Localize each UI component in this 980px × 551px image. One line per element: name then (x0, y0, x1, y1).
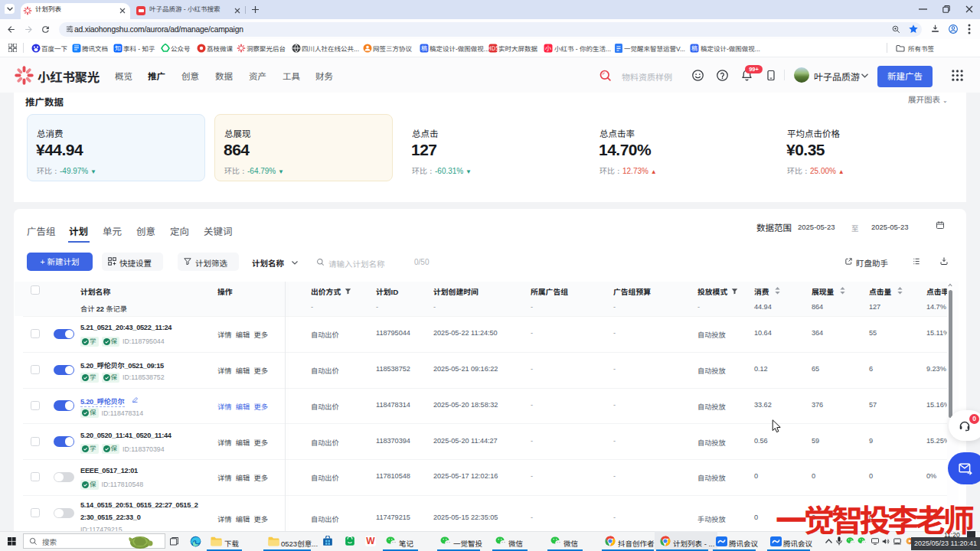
svg-text:HDS: HDS (488, 44, 498, 52)
svg-text:小: 小 (545, 44, 551, 52)
svg-text:稿: 稿 (421, 44, 427, 52)
svg-text:稿: 稿 (691, 44, 697, 52)
svg-text:知: 知 (115, 44, 121, 52)
